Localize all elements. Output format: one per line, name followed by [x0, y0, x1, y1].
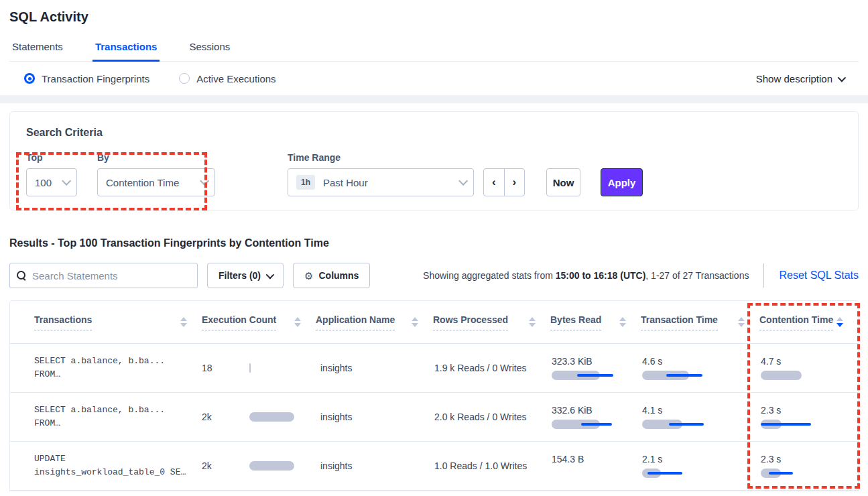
application-name-cell: insights [316, 412, 433, 422]
table-row: SELECT a.balance, b.ba... FROM… 18 insig… [10, 344, 858, 393]
now-button[interactable]: Now [546, 168, 580, 196]
vertical-divider [763, 263, 764, 288]
bytes-read-cell: 323.3 KiB [550, 356, 641, 380]
sort-icon[interactable] [529, 317, 536, 327]
contention-time-cell: 4.7 s [759, 356, 858, 380]
table-header-row: Transactions Execution Count Application… [10, 301, 858, 344]
header-transactions[interactable]: Transactions [34, 314, 202, 330]
table-row: UPDATE insights_workload_table_0 SE… 2k … [10, 442, 858, 491]
contention-time-cell: 2.3 s [759, 454, 858, 478]
time-step-group: ‹ › [483, 168, 525, 196]
columns-label: Columns [318, 270, 359, 281]
contention-time-bar [761, 469, 834, 478]
search-criteria-card: Search Criteria Top 100 By Contention Ti… [9, 111, 859, 210]
tab-statements[interactable]: Statements [9, 34, 66, 61]
contention-time-bar [761, 371, 834, 380]
tab-bar: Statements Transactions Sessions [9, 34, 859, 62]
by-label: By [97, 152, 215, 163]
time-range-value: Past Hour [323, 177, 368, 188]
search-input[interactable] [32, 270, 190, 282]
time-range-label: Time Range [288, 152, 474, 163]
aggregated-stats-text: Showing aggregated stats from 15:00 to 1… [423, 270, 749, 281]
rows-processed-cell: 1.9 k Reads / 0 Writes [433, 363, 550, 373]
show-description-toggle[interactable]: Show description [756, 73, 844, 84]
tab-sessions[interactable]: Sessions [186, 34, 233, 61]
transaction-time-bar [642, 371, 716, 380]
view-toggle-row: Transaction Fingerprints Active Executio… [0, 62, 868, 103]
radio-label: Transaction Fingerprints [42, 73, 149, 84]
top-select[interactable]: 100 [26, 168, 77, 196]
transaction-fingerprint-link[interactable]: SELECT a.balance, b.ba... FROM… [34, 404, 202, 430]
filters-button[interactable]: Filters (0) [207, 263, 284, 288]
page-title: SQL Activity [9, 8, 859, 34]
header-bytes-read[interactable]: Bytes Read [550, 314, 641, 330]
sort-icon[interactable] [180, 317, 187, 327]
time-range-badge: 1h [296, 175, 315, 190]
transaction-time-cell: 4.6 s [641, 356, 759, 380]
sort-icon[interactable] [738, 317, 745, 327]
time-range-select[interactable]: 1h Past Hour [288, 168, 474, 196]
execution-count-cell: 18 [202, 363, 316, 373]
search-criteria-heading: Search Criteria [26, 127, 842, 139]
bytes-read-bar [552, 469, 625, 478]
next-time-button[interactable]: › [505, 169, 525, 196]
chevron-down-icon [838, 73, 847, 82]
chevron-down-icon [266, 270, 275, 279]
transaction-time-cell: 2.1 s [641, 454, 759, 478]
bytes-read-cell: 332.6 KiB [550, 405, 641, 429]
gear-icon: ⚙ [304, 271, 313, 281]
radio-active-executions[interactable]: Active Executions [179, 73, 275, 84]
apply-button[interactable]: Apply [601, 168, 643, 196]
contention-time-cell: 2.3 s [759, 405, 858, 429]
radio-selected-icon[interactable] [24, 73, 35, 84]
search-statements-box[interactable] [9, 263, 198, 288]
transaction-time-cell: 4.1 s [641, 405, 759, 429]
page-header: SQL Activity Statements Transactions Ses… [0, 0, 868, 62]
radio-transaction-fingerprints[interactable]: Transaction Fingerprints [24, 73, 149, 84]
sort-icon-descending[interactable] [836, 317, 843, 327]
bytes-read-bar [552, 420, 625, 429]
bytes-read-cell: 154.3 B [550, 454, 641, 478]
application-name-cell: insights [316, 460, 433, 471]
results-heading: Results - Top 100 Transaction Fingerprin… [9, 237, 859, 249]
table-row: SELECT a.balance, b.ba... FROM… 2k insig… [10, 393, 858, 442]
rows-processed-cell: 1.0 Reads / 1.0 Writes [433, 460, 550, 471]
by-value: Contention Time [106, 177, 179, 188]
rows-processed-cell: 2.0 k Reads / 0 Writes [433, 412, 550, 422]
top-value: 100 [35, 177, 52, 188]
transaction-fingerprint-link[interactable]: SELECT a.balance, b.ba... FROM… [34, 355, 202, 381]
search-icon [17, 271, 26, 280]
sort-icon[interactable] [412, 317, 418, 327]
execution-count-bar [249, 363, 316, 373]
transaction-time-bar [642, 469, 716, 478]
prev-time-button[interactable]: ‹ [484, 169, 505, 196]
execution-count-bar [249, 461, 316, 471]
results-toolbar: Filters (0) ⚙ Columns Showing aggregated… [9, 263, 859, 288]
execution-count-bar [249, 412, 316, 422]
top-label: Top [26, 152, 77, 163]
execution-count-cell: 2k [202, 412, 316, 422]
transactions-table: Transactions Execution Count Application… [9, 300, 859, 491]
header-rows-processed[interactable]: Rows Processed [433, 314, 550, 330]
tab-transactions[interactable]: Transactions [92, 34, 160, 61]
reset-sql-stats-link[interactable]: Reset SQL Stats [779, 269, 859, 282]
by-select[interactable]: Contention Time [97, 168, 215, 196]
execution-count-cell: 2k [202, 460, 316, 471]
radio-unselected-icon[interactable] [179, 73, 190, 84]
bytes-read-bar [552, 371, 625, 380]
header-execution-count[interactable]: Execution Count [202, 314, 316, 330]
radio-label: Active Executions [196, 73, 275, 84]
transaction-fingerprint-link[interactable]: UPDATE insights_workload_table_0 SE… [34, 452, 202, 479]
sort-icon[interactable] [294, 317, 301, 327]
chevron-down-icon [200, 176, 209, 186]
header-contention-time[interactable]: Contention Time [759, 314, 858, 330]
header-transaction-time[interactable]: Transaction Time [641, 314, 759, 330]
chevron-down-icon [458, 176, 468, 186]
columns-button[interactable]: ⚙ Columns [293, 263, 370, 288]
chevron-down-icon [62, 176, 71, 186]
application-name-cell: insights [316, 363, 433, 373]
filters-label: Filters (0) [219, 270, 261, 281]
sort-icon[interactable] [619, 317, 626, 327]
show-description-label: Show description [756, 73, 832, 84]
header-application-name[interactable]: Application Name [316, 314, 433, 330]
